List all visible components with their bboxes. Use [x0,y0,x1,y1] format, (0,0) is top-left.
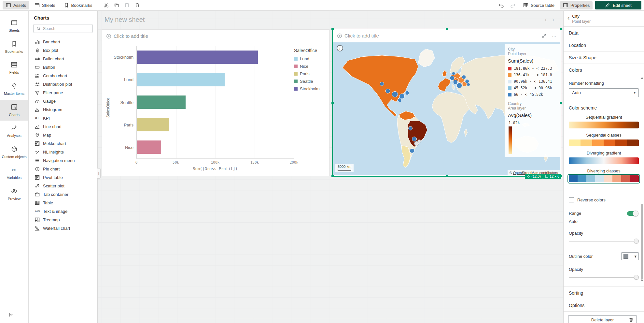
legend-item-lund[interactable]: Lund [294,56,325,61]
section-sorting[interactable]: Sorting [564,286,644,299]
charts-list-item-pie-chart[interactable]: Pie chart [29,165,97,173]
panel-resize-grip[interactable]: ‖ [97,168,101,179]
tab-bookmarks[interactable]: Bookmarks [61,1,96,9]
paste-button[interactable] [122,1,132,9]
charts-list-item-navigation-menu[interactable]: Navigation menu [29,156,97,165]
legend-item-stockholm[interactable]: Stockholm [294,86,325,91]
map-body[interactable]: i City Point layer Sum(Sales) 181.86k - … [333,42,560,175]
resize-handle-nw[interactable] [331,28,334,30]
properties-scrollbar[interactable] [640,77,644,282]
section-size-shape[interactable]: Size & Shape [564,51,644,64]
map-point[interactable] [399,94,405,99]
map-point[interactable] [462,75,466,79]
map-point[interactable] [398,98,402,102]
charts-list-item-bullet-chart[interactable]: Bullet chart [29,54,97,63]
rail-item-master-items[interactable]: Master items [0,79,28,100]
scheme-diverging-gradient[interactable] [569,157,639,164]
charts-list-item-kpi[interactable]: #1KPI [29,114,97,122]
rail-item-sheets[interactable]: Sheets [0,15,28,37]
map-point[interactable] [418,140,421,143]
reverse-colors-checkbox[interactable] [569,197,574,202]
charts-list-item-gauge[interactable]: Gauge [29,97,97,105]
map-point[interactable] [409,126,413,130]
properties-button[interactable]: Properties [560,1,593,9]
charts-list-item-box-plot[interactable]: Box plot [29,46,97,54]
number-formatting-dropdown[interactable]: Auto ▾ [569,88,639,97]
rail-item-analyses[interactable]: Analyses [0,121,28,142]
delete-button-toolbar[interactable] [133,1,142,9]
map-point[interactable] [455,73,460,79]
charts-list-item-table[interactable]: Table [29,198,97,207]
charts-list-item-line-chart[interactable]: Line chart [29,122,97,131]
legend-item-paris[interactable]: Paris [294,71,325,76]
fullscreen-icon[interactable] [542,34,546,38]
map-point[interactable] [452,72,455,75]
more-options-icon[interactable]: ⋯ [552,33,556,38]
prev-sheet-chevron[interactable]: ‹ [545,16,547,23]
resize-handle-s[interactable] [446,175,448,177]
charts-list-item-nl-insights[interactable]: NL insights [29,148,97,156]
resize-handle-sw[interactable] [331,175,334,177]
map-point[interactable] [450,76,455,80]
map-point[interactable] [410,148,414,153]
charts-list-item-combo-chart[interactable]: Combo chart [29,71,97,80]
bar-chart-object[interactable]: Click to add title SalesOffice Stockholm… [102,29,329,176]
charts-list-item-text-image[interactable]: AaText & image [29,207,97,215]
charts-list-item-waterfall-chart[interactable]: Waterfall chart [29,224,97,232]
rail-item-variables[interactable]: x= Variables [0,163,28,184]
section-options[interactable]: Options [564,299,644,311]
scroll-up-arrow[interactable] [641,77,643,79]
section-data[interactable]: Data [564,26,644,39]
bar-lund[interactable] [137,73,225,86]
search-box[interactable] [33,24,93,33]
opacity-slider[interactable] [569,238,639,244]
scheme-diverging-classes[interactable] [569,175,639,182]
charts-list-item-filter-pane[interactable]: Filter pane [29,88,97,97]
tab-sheets[interactable]: Sheets [31,1,58,9]
cut-button[interactable] [102,1,111,9]
section-location[interactable]: Location [564,39,644,51]
object-title-placeholder[interactable]: Click to add title [114,33,148,39]
undo-button[interactable] [497,1,506,9]
edit-sheet-button[interactable]: Edit sheet [595,1,641,9]
outline-color-dropdown[interactable]: ▾ [621,252,639,260]
resize-handle-w[interactable] [331,102,334,104]
outline-opacity-slider[interactable] [569,274,639,280]
map-point[interactable] [453,80,458,84]
map-point[interactable] [380,82,384,86]
charts-list-item-tab-container[interactable]: Tab container [29,190,97,198]
map-point[interactable] [405,91,409,95]
charts-list-item-button[interactable]: Button [29,63,97,71]
charts-list-item-pivot-table[interactable]: Pivot table [29,173,97,182]
rail-item-bookmarks[interactable]: Bookmarks [0,37,28,58]
bar-paris[interactable] [137,118,169,131]
scroll-thumb[interactable] [641,204,643,279]
rail-item-charts[interactable]: Charts [0,100,28,121]
next-sheet-chevron[interactable]: › [552,16,554,23]
charts-list-item-scatter-plot[interactable]: Scatter plot [29,182,97,190]
copy-button[interactable] [112,1,121,9]
map-point[interactable] [467,83,470,86]
legend-item-nice[interactable]: Nice [294,64,325,69]
map-point[interactable] [392,91,398,97]
resize-handle-e[interactable] [560,102,562,104]
map-point[interactable] [412,137,417,141]
bar-nice[interactable] [137,140,161,154]
tab-assets[interactable]: Assets [3,1,29,9]
scheme-sequential-gradient[interactable] [569,122,639,128]
search-input[interactable] [43,26,90,31]
charts-list-item-bar-chart[interactable]: Bar chart [29,37,97,46]
source-table-button[interactable]: Source table [520,1,557,9]
rail-item-custom-objects[interactable]: Custom objects [0,142,28,163]
map-point[interactable] [457,83,462,88]
redo-button[interactable] [509,1,518,9]
bar-stockholm[interactable] [137,51,258,64]
scheme-sequential-classes[interactable] [569,139,639,146]
map-point[interactable] [385,89,390,93]
sheet-canvas[interactable]: My new sheet ‹ › Click to add title Sale… [98,11,563,323]
delete-layer-button[interactable]: Delete layer [568,315,637,323]
map-object[interactable]: Click to add title ⋯ [333,29,561,176]
charts-list-item-mekko-chart[interactable]: Mekko chart [29,139,97,148]
object-title-placeholder[interactable]: Click to add title [344,33,379,38]
charts-list-item-histogram[interactable]: Histogram [29,105,97,114]
